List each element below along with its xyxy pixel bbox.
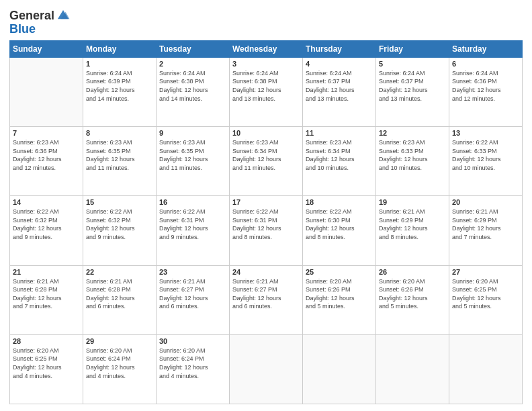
day-info: Sunrise: 6:21 AM Sunset: 6:28 PM Dayligh… [13, 277, 80, 311]
day-number: 13 [452, 129, 519, 137]
weekday-header-sunday: Sunday [10, 40, 83, 57]
calendar-day-20: 20Sunrise: 6:21 AM Sunset: 6:29 PM Dayli… [449, 196, 523, 265]
weekday-header-saturday: Saturday [449, 40, 523, 57]
day-number: 4 [306, 60, 373, 68]
day-info: Sunrise: 6:21 AM Sunset: 6:28 PM Dayligh… [86, 277, 153, 311]
day-info: Sunrise: 6:20 AM Sunset: 6:26 PM Dayligh… [306, 277, 373, 311]
day-number: 7 [13, 129, 80, 137]
day-info: Sunrise: 6:24 AM Sunset: 6:37 PM Dayligh… [306, 69, 373, 103]
day-number: 28 [13, 337, 80, 345]
day-info: Sunrise: 6:23 AM Sunset: 6:34 PM Dayligh… [306, 138, 373, 172]
day-number: 1 [86, 60, 153, 68]
calendar-day-7: 7Sunrise: 6:23 AM Sunset: 6:36 PM Daylig… [10, 127, 83, 196]
calendar-day-16: 16Sunrise: 6:22 AM Sunset: 6:31 PM Dayli… [157, 196, 230, 265]
day-info: Sunrise: 6:21 AM Sunset: 6:29 PM Dayligh… [452, 208, 519, 241]
calendar-empty-cell [10, 57, 83, 126]
day-info: Sunrise: 6:23 AM Sunset: 6:35 PM Dayligh… [159, 138, 226, 172]
calendar-day-10: 10Sunrise: 6:23 AM Sunset: 6:34 PM Dayli… [230, 127, 303, 196]
calendar-empty-cell [449, 334, 523, 404]
calendar-week-row: 7Sunrise: 6:23 AM Sunset: 6:36 PM Daylig… [10, 127, 523, 196]
calendar-day-13: 13Sunrise: 6:22 AM Sunset: 6:33 PM Dayli… [449, 127, 523, 196]
calendar-day-17: 17Sunrise: 6:22 AM Sunset: 6:31 PM Dayli… [230, 196, 303, 265]
day-number: 21 [13, 268, 80, 276]
day-number: 16 [159, 198, 226, 206]
day-number: 12 [379, 129, 446, 137]
day-number: 8 [86, 129, 153, 137]
day-number: 22 [86, 268, 153, 276]
day-number: 27 [452, 268, 519, 276]
day-info: Sunrise: 6:23 AM Sunset: 6:35 PM Dayligh… [86, 138, 153, 172]
weekday-header-monday: Monday [83, 40, 157, 57]
calendar-day-8: 8Sunrise: 6:23 AM Sunset: 6:35 PM Daylig… [83, 127, 157, 196]
day-info: Sunrise: 6:21 AM Sunset: 6:29 PM Dayligh… [379, 208, 446, 241]
day-number: 6 [452, 60, 519, 68]
calendar-day-18: 18Sunrise: 6:22 AM Sunset: 6:30 PM Dayli… [303, 196, 376, 265]
day-info: Sunrise: 6:22 AM Sunset: 6:33 PM Dayligh… [452, 138, 519, 172]
day-info: Sunrise: 6:22 AM Sunset: 6:30 PM Dayligh… [306, 208, 373, 241]
logo: General Blue [9, 9, 71, 36]
calendar-day-15: 15Sunrise: 6:22 AM Sunset: 6:32 PM Dayli… [83, 196, 157, 265]
day-number: 14 [13, 198, 80, 206]
day-info: Sunrise: 6:20 AM Sunset: 6:25 PM Dayligh… [452, 277, 519, 311]
calendar-day-11: 11Sunrise: 6:23 AM Sunset: 6:34 PM Dayli… [303, 127, 376, 196]
weekday-header-wednesday: Wednesday [230, 40, 303, 57]
weekday-header-thursday: Thursday [303, 40, 376, 57]
day-info: Sunrise: 6:24 AM Sunset: 6:38 PM Dayligh… [232, 69, 300, 103]
day-number: 25 [306, 268, 373, 276]
calendar-week-row: 21Sunrise: 6:21 AM Sunset: 6:28 PM Dayli… [10, 265, 523, 334]
day-info: Sunrise: 6:24 AM Sunset: 6:38 PM Dayligh… [159, 69, 226, 103]
calendar-empty-cell [303, 334, 376, 404]
day-info: Sunrise: 6:24 AM Sunset: 6:36 PM Dayligh… [452, 69, 519, 103]
calendar-day-24: 24Sunrise: 6:21 AM Sunset: 6:27 PM Dayli… [230, 265, 303, 334]
day-info: Sunrise: 6:20 AM Sunset: 6:24 PM Dayligh… [86, 347, 153, 380]
day-info: Sunrise: 6:23 AM Sunset: 6:34 PM Dayligh… [232, 138, 300, 172]
calendar-day-12: 12Sunrise: 6:23 AM Sunset: 6:33 PM Dayli… [376, 127, 449, 196]
day-info: Sunrise: 6:22 AM Sunset: 6:32 PM Dayligh… [13, 208, 80, 241]
day-number: 2 [159, 60, 226, 68]
day-info: Sunrise: 6:20 AM Sunset: 6:25 PM Dayligh… [13, 347, 80, 380]
logo-text-general: General [9, 9, 54, 23]
day-number: 23 [159, 268, 226, 276]
day-info: Sunrise: 6:20 AM Sunset: 6:26 PM Dayligh… [379, 277, 446, 311]
calendar-day-27: 27Sunrise: 6:20 AM Sunset: 6:25 PM Dayli… [449, 265, 523, 334]
calendar-week-row: 28Sunrise: 6:20 AM Sunset: 6:25 PM Dayli… [10, 334, 523, 404]
calendar-day-19: 19Sunrise: 6:21 AM Sunset: 6:29 PM Dayli… [376, 196, 449, 265]
logo-icon [56, 8, 71, 23]
calendar-week-row: 14Sunrise: 6:22 AM Sunset: 6:32 PM Dayli… [10, 196, 523, 265]
day-number: 26 [379, 268, 446, 276]
calendar-empty-cell [376, 334, 449, 404]
calendar-empty-cell [230, 334, 303, 404]
day-number: 20 [452, 198, 519, 206]
weekday-header-tuesday: Tuesday [157, 40, 230, 57]
day-info: Sunrise: 6:22 AM Sunset: 6:31 PM Dayligh… [159, 208, 226, 241]
calendar-day-22: 22Sunrise: 6:21 AM Sunset: 6:28 PM Dayli… [83, 265, 157, 334]
day-number: 24 [232, 268, 300, 276]
weekday-header-row: SundayMondayTuesdayWednesdayThursdayFrid… [10, 40, 523, 57]
calendar-day-14: 14Sunrise: 6:22 AM Sunset: 6:32 PM Dayli… [10, 196, 83, 265]
day-info: Sunrise: 6:24 AM Sunset: 6:37 PM Dayligh… [379, 69, 446, 103]
calendar-day-9: 9Sunrise: 6:23 AM Sunset: 6:35 PM Daylig… [157, 127, 230, 196]
day-info: Sunrise: 6:22 AM Sunset: 6:32 PM Dayligh… [86, 208, 153, 241]
calendar-day-21: 21Sunrise: 6:21 AM Sunset: 6:28 PM Dayli… [10, 265, 83, 334]
calendar-day-2: 2Sunrise: 6:24 AM Sunset: 6:38 PM Daylig… [157, 57, 230, 126]
calendar-week-row: 1Sunrise: 6:24 AM Sunset: 6:39 PM Daylig… [10, 57, 523, 126]
page: General Blue SundayMondayTuesdayWednesda… [0, 0, 532, 411]
day-info: Sunrise: 6:23 AM Sunset: 6:33 PM Dayligh… [379, 138, 446, 172]
day-info: Sunrise: 6:21 AM Sunset: 6:27 PM Dayligh… [159, 277, 226, 311]
day-number: 11 [306, 129, 373, 137]
calendar-table: SundayMondayTuesdayWednesdayThursdayFrid… [9, 40, 523, 404]
day-number: 18 [306, 198, 373, 206]
day-number: 3 [232, 60, 300, 68]
day-number: 15 [86, 198, 153, 206]
day-number: 9 [159, 129, 226, 137]
calendar-day-4: 4Sunrise: 6:24 AM Sunset: 6:37 PM Daylig… [303, 57, 376, 126]
header: General Blue [9, 7, 523, 36]
day-info: Sunrise: 6:21 AM Sunset: 6:27 PM Dayligh… [232, 277, 300, 311]
weekday-header-friday: Friday [376, 40, 449, 57]
logo-text-blue: Blue [9, 23, 36, 36]
day-number: 10 [232, 129, 300, 137]
day-number: 5 [379, 60, 446, 68]
day-number: 17 [232, 198, 300, 206]
calendar-day-23: 23Sunrise: 6:21 AM Sunset: 6:27 PM Dayli… [157, 265, 230, 334]
calendar-day-28: 28Sunrise: 6:20 AM Sunset: 6:25 PM Dayli… [10, 334, 83, 404]
